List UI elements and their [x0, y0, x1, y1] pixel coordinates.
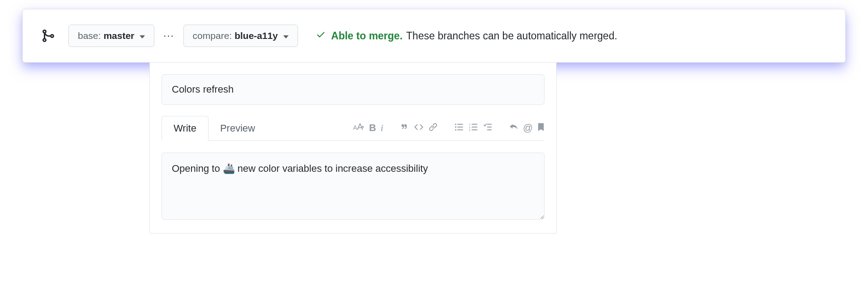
pr-body-textarea[interactable]: [162, 153, 545, 220]
svg-point-6: [455, 129, 456, 131]
tab-write[interactable]: Write: [162, 116, 208, 141]
triangle-down-icon: [283, 30, 289, 41]
base-label: base:: [78, 30, 101, 41]
svg-rect-7: [457, 129, 463, 130]
compare-branch-name: blue-a11y: [234, 30, 278, 41]
git-compare-icon: [41, 29, 55, 43]
link-icon[interactable]: [428, 123, 438, 133]
unordered-list-icon[interactable]: [454, 123, 464, 133]
triangle-down-icon: [140, 30, 145, 41]
code-icon[interactable]: [414, 123, 424, 133]
svg-rect-16: [487, 129, 491, 130]
base-branch-select[interactable]: base: master: [68, 25, 154, 47]
merge-status-text: These branches can be automatically merg…: [406, 30, 617, 42]
svg-rect-14: [487, 124, 491, 125]
bookmark-icon[interactable]: [537, 123, 545, 133]
tab-preview-label: Preview: [220, 123, 255, 134]
svg-point-4: [455, 126, 456, 128]
bold-icon[interactable]: B: [369, 123, 376, 133]
check-icon: [316, 30, 326, 42]
tab-preview[interactable]: Preview: [208, 116, 267, 140]
merge-status-strong: Able to merge.: [331, 30, 403, 42]
svg-rect-11: [472, 127, 477, 128]
compare-branch-select[interactable]: compare: blue-a11y: [183, 25, 298, 47]
italic-icon[interactable]: i: [381, 123, 383, 133]
svg-text:3: 3: [469, 128, 471, 132]
pr-editor-pane: Write Preview AA B i: [149, 63, 557, 234]
svg-rect-9: [472, 124, 477, 125]
compare-bar: base: master ··· compare: blue-a11y Able…: [22, 9, 846, 63]
svg-rect-3: [457, 124, 463, 125]
merge-status: Able to merge. These branches can be aut…: [316, 30, 617, 42]
editor-tabs: Write Preview AA B i: [162, 115, 545, 141]
pr-title-input[interactable]: [162, 74, 545, 105]
compare-label: compare:: [193, 30, 232, 41]
svg-point-2: [455, 123, 456, 125]
mention-icon[interactable]: @: [523, 123, 533, 133]
base-branch-name: master: [103, 30, 134, 41]
tab-write-label: Write: [174, 123, 196, 134]
quote-icon[interactable]: [400, 123, 409, 133]
svg-rect-15: [487, 127, 491, 128]
svg-rect-5: [457, 127, 463, 128]
reply-icon[interactable]: [509, 123, 519, 133]
ordered-list-icon[interactable]: 123: [468, 123, 478, 133]
svg-rect-13: [472, 129, 477, 130]
task-list-icon[interactable]: [483, 123, 493, 133]
heading-icon[interactable]: AA: [353, 123, 365, 133]
markdown-toolbar: AA B i 123: [341, 123, 545, 133]
ellipsis-separator: ···: [163, 30, 174, 42]
